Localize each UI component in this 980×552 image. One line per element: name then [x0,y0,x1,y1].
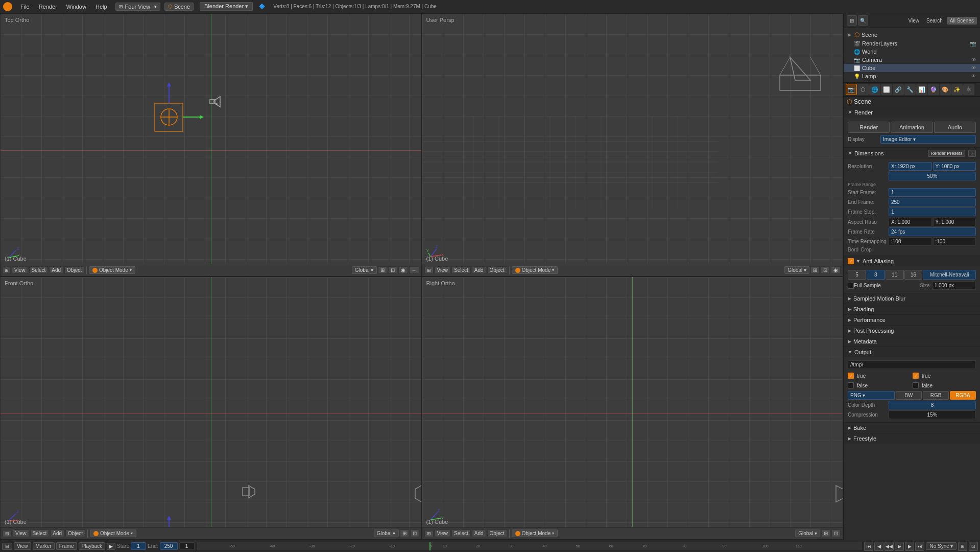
prop-icon-texture[interactable]: 🎨 [940,84,951,95]
format-select[interactable]: PNG ▾ [848,391,895,400]
aa-method[interactable]: Mitchell-Netravali [923,270,976,280]
vt-icon2-tl[interactable]: ⊡ [388,266,397,274]
frame-rate-value[interactable]: 24 fps [889,227,976,236]
viewport-mode-select[interactable]: ⊞ Four View ▾ [115,3,160,11]
vt-object-tl[interactable]: Object [64,266,84,274]
format-rgb-btn[interactable]: RGB [923,391,949,400]
vt-icon1-tl[interactable]: ⊞ [378,266,387,274]
vt-icon4-tl[interactable]: ↔ [409,266,419,274]
time-remap-new[interactable]: :100 [933,237,976,246]
renderlayers-btn[interactable]: 📷 [970,41,976,47]
motion-blur-header[interactable]: ▶ Sampled Motion Blur [844,293,980,304]
aa-sample-11[interactable]: 11 [886,270,904,280]
viewport-user-persp[interactable]: User Persp (1) Cube Z X Y ⊞ View Select … [422,13,844,277]
prop-icon-render[interactable]: 📷 [846,84,857,95]
render-btn-render[interactable]: Render [848,122,890,133]
help-menu[interactable]: Help [91,3,111,11]
render-section-header[interactable]: ▼ Render [844,107,980,118]
display-select[interactable]: Image Editor ▾ [880,135,976,144]
vt-add-bl[interactable]: Add [50,530,64,537]
vt-global-bl[interactable]: Global ▾ [374,530,399,537]
output-header[interactable]: ▼ Output [844,347,980,357]
vt-view-br[interactable]: View [435,530,451,537]
playback-play-reverse[interactable]: ◀◀ [885,542,894,551]
placeholders-checkbox[interactable] [848,382,854,388]
playback-to-start[interactable]: ⏮ [864,542,873,551]
outliner-scene[interactable]: ▶ ⬡ Scene [844,30,980,39]
vt-view-btn-bl[interactable]: ⊞ [3,530,12,537]
prop-icon-modifier[interactable]: 🔧 [904,84,916,95]
vt-icon3-tl[interactable]: ◉ [398,266,408,274]
dimensions-header[interactable]: ▼ Dimensions Render Presets + [844,148,980,159]
prop-icon-constraints[interactable]: 🔗 [893,84,904,95]
viewport-front-ortho[interactable]: Front Ortho (1) Cube Z X ⊞ View Select A… [0,277,422,540]
outliner-renderlayers[interactable]: 🎬 RenderLayers 📷 [844,39,980,48]
vt-view-bl[interactable]: View [13,530,29,537]
outliner-camera[interactable]: 📷 Camera 👁 [844,56,980,64]
prop-icon-physics[interactable]: ⚛ [963,84,974,95]
vt-object-br[interactable]: Object [487,530,507,537]
timeline-scroll-area[interactable]: -50 -40 -30 -20 -10 0 10 20 30 40 50 60 … [196,542,863,551]
aa-header[interactable]: ✓ ▼ Anti-Aliasing [844,256,980,266]
vt-view-btn-br[interactable]: ⊞ [424,530,434,537]
vt-icon1-br[interactable]: ⊞ [821,530,830,537]
vt-object-bl[interactable]: Object [65,530,85,537]
timeline-marker-menu[interactable]: Marker [33,542,55,550]
current-frame-field[interactable]: 1 [179,542,195,550]
prop-icon-object[interactable]: ⬜ [881,84,892,95]
bake-header[interactable]: ▶ Bake [844,423,980,433]
frame-step[interactable]: 1 [889,208,976,216]
camera-vis-btn[interactable]: 👁 [971,57,976,62]
playback-to-end[interactable]: ⏭ [915,542,924,551]
vt-mode-tl[interactable]: Object Mode ▾ [89,266,135,274]
playback-icon[interactable]: ▶ [107,543,115,550]
window-menu[interactable]: Window [62,3,90,11]
timeline-extra-icon1[interactable]: ⊞ [958,542,967,551]
render-btn-audio[interactable]: Audio [934,122,976,133]
vt-select-tl[interactable]: Select [29,266,49,274]
cube-vis-btn[interactable]: 👁 [971,65,976,71]
vt-mode-tr[interactable]: Object Mode ▾ [512,266,558,274]
viewport-top-ortho[interactable]: Top Ortho (1) Cube Z Y ⊞ View Select Add… [0,13,422,277]
output-path-input[interactable] [848,360,976,369]
vt-icon2-bl[interactable]: ⊡ [410,530,419,537]
vt-icon1-tr[interactable]: ⊞ [810,266,820,274]
lamp-vis-btn[interactable]: 👁 [971,74,976,79]
playback-forward-frame[interactable]: ▶ [905,542,914,551]
compression-value[interactable]: 15% [889,410,976,419]
vt-mode-bl[interactable]: Object Mode ▾ [90,530,136,537]
resolution-x[interactable]: X: 1920 px [889,162,932,171]
prop-icon-scene[interactable]: ⬡ [857,84,869,95]
freestyle-header[interactable]: ▶ Freestyle [844,433,980,444]
resolution-percent[interactable]: 50% [889,172,976,180]
end-frame-field[interactable]: 250 [160,542,178,550]
aspect-x[interactable]: X: 1.000 [889,218,932,226]
prop-icon-data[interactable]: 📊 [916,84,927,95]
format-bw-btn[interactable]: BW [896,391,922,400]
vt-view-tr[interactable]: View [435,266,451,274]
render-btn-animation[interactable]: Animation [891,122,933,133]
render-engine-select[interactable]: Blender Render ▾ [200,2,253,11]
timeline-playback-menu[interactable]: Playback [79,542,106,550]
aa-size-value[interactable]: 1.000 px [932,281,976,290]
vt-select-br[interactable]: Select [451,530,471,537]
aspect-y[interactable]: Y: 1.000 [933,218,976,226]
viewport-right-ortho[interactable]: Right Ortho (1) Cube Z Y ⊞ View Select A… [422,277,844,540]
vt-icon3-tr[interactable]: ◉ [831,266,841,274]
timeline-extra-icon2[interactable]: ⊡ [969,542,978,551]
render-presets-btn[interactable]: Render Presets [928,150,965,157]
vt-view-btn-tl[interactable]: ⊞ [3,267,11,274]
vt-icon2-tr[interactable]: ⊡ [821,266,830,274]
vt-add-tr[interactable]: Add [472,266,486,274]
vt-object-tr[interactable]: Object [487,266,507,274]
timeline-view-btn[interactable]: ⊞ [2,543,12,550]
vt-global-br[interactable]: Global ▾ [795,530,820,537]
aa-sample-8[interactable]: 8 [867,270,885,280]
panel-tab-view[interactable]: View [905,17,923,25]
aa-checkbox[interactable]: ✓ [848,258,854,264]
render-menu[interactable]: Render [35,3,61,11]
vt-global-tl[interactable]: Global ▾ [352,266,377,274]
vt-view-tl[interactable]: View [12,266,28,274]
vt-select-bl[interactable]: Select [30,530,50,537]
aa-full-sample-checkbox[interactable] [848,283,854,289]
